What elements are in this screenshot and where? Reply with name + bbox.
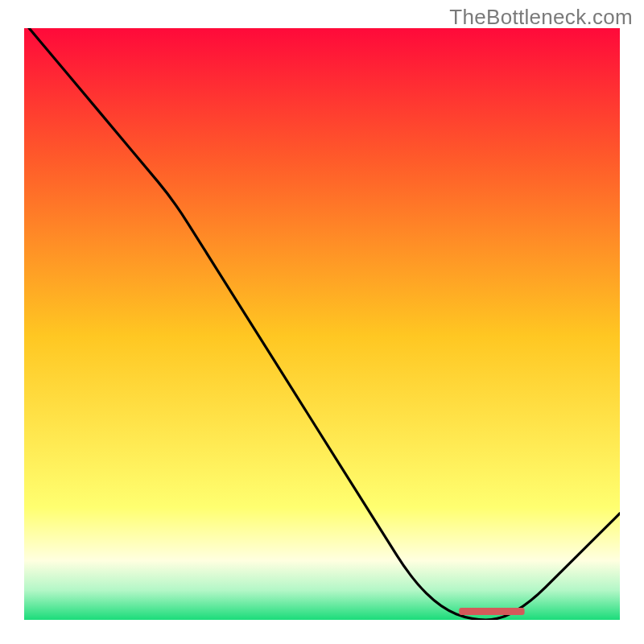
watermark-text: TheBottleneck.com <box>449 5 633 30</box>
plot-area <box>24 28 620 620</box>
optimal-range-marker <box>459 608 524 615</box>
chart-stage: TheBottleneck.com <box>0 0 644 644</box>
gradient-background <box>24 28 620 620</box>
chart-svg <box>24 28 620 620</box>
